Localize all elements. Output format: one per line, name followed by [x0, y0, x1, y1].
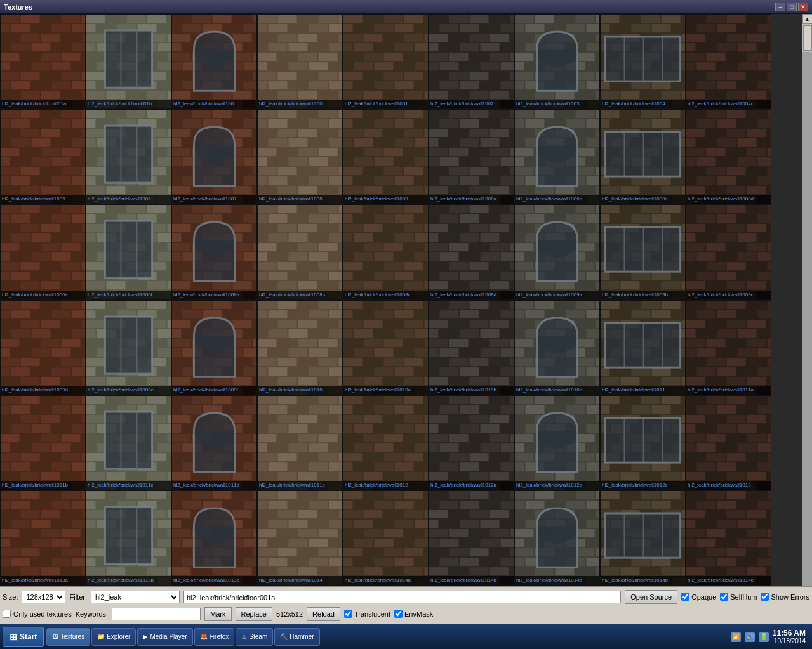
texture-cell[interactable]: hl2_leak/brick/brickwall1010b — [429, 300, 514, 395]
svg-rect-21 — [31, 43, 50, 51]
texture-cell[interactable]: hl2_leak/brick/brickwall1009e — [86, 300, 171, 395]
taskbar-item-steam[interactable]: ♨Steam — [236, 628, 273, 646]
texture-cell[interactable]: hl2_leak/brick/brickwall100 — [171, 14, 257, 109]
clock[interactable]: 11:56 AM 10/18/2014 — [773, 629, 806, 645]
texture-cell[interactable]: hl2_leak/brick/brickwall1014b — [429, 490, 514, 586]
texture-cell[interactable]: hl2_leak/brick/brickwall1001 — [343, 14, 429, 109]
texture-cell[interactable]: hl2_leak/brick/brickwall1012 — [343, 395, 429, 490]
open-source-button[interactable]: Open Source — [625, 590, 677, 604]
tray-icon-volume[interactable]: 🔊 — [745, 632, 755, 642]
texture-cell[interactable]: hl2_leak/brick/brickwall1000a — [429, 109, 514, 204]
texture-cell[interactable]: hl2_leak/brick/brickwall1000b — [514, 109, 600, 204]
filter-select[interactable]: hl2_leak — [91, 591, 180, 603]
texture-cell[interactable]: hl2_leak/brick/brickwall1013b — [86, 490, 171, 586]
texture-cell[interactable]: hl2_leak/brick/brickwall1011a — [686, 300, 771, 395]
tray-icon-battery[interactable]: 🔋 — [759, 632, 769, 642]
texture-cell[interactable]: hl2_leak/brick/brickwall1013a — [0, 490, 86, 586]
svg-rect-1040 — [429, 110, 448, 118]
svg-rect-1864 — [652, 214, 671, 223]
texture-cell[interactable]: hl2_leak/brick/brickwall1010 — [257, 300, 343, 395]
texture-cell[interactable]: hl2_leak/brick/brickwall1004c — [686, 14, 771, 109]
texture-cell[interactable]: hl2_leak/brick/brickwall1008b — [257, 204, 343, 299]
texture-cell[interactable]: hl2_leak/brick/brickwall1014e — [686, 490, 771, 586]
texture-cell[interactable]: hl2_leak/brick/brickwall1009 — [343, 109, 429, 204]
texture-cell[interactable]: hl2_leak/brick/brickwall1012a — [429, 395, 514, 490]
taskbar-item-explorer[interactable]: 📁Explorer — [91, 628, 136, 646]
scrollbar[interactable]: ▲ ▼ — [802, 14, 812, 649]
texture-cell[interactable]: hl2_leak/brick/brickwall1005 — [0, 109, 86, 204]
texture-cell[interactable]: hl2_leak/brick/brickwall1000f — [86, 204, 171, 299]
texture-cell[interactable]: hl2_leak/brick/brickwall1008c — [343, 204, 429, 299]
taskbar-item-firefox[interactable]: 🦊Firefox — [194, 628, 235, 646]
only-used-checkbox[interactable] — [3, 610, 11, 618]
texture-cell[interactable]: hl2_leak/brick/brickwall1011e — [257, 395, 343, 490]
texture-cell[interactable]: hl2_leak/brick/brickwall1008a — [171, 204, 257, 299]
texture-cell[interactable]: hl2_leak/brick/brickwall1009a — [514, 204, 600, 299]
texture-cell[interactable]: hl2_leak/brick/brickwall1003 — [514, 14, 600, 109]
texture-cell[interactable]: hl2_leak/brick/brickwall1002 — [429, 14, 514, 109]
texture-cell[interactable]: hl2_leak/brick/brickwall1009f — [171, 300, 257, 395]
size-select[interactable]: 128x128 64x64 256x256 512x512 — [22, 591, 65, 603]
svg-rect-2976 — [343, 405, 352, 414]
taskbar-item-hammer[interactable]: 🔨Hammer — [274, 628, 319, 646]
opaque-checkbox[interactable] — [681, 593, 689, 601]
texture-cell[interactable]: hl2_leak/brick/brickwall1009d — [0, 300, 86, 395]
texture-cell[interactable]: hl2_leak/brick/brickwall1011b — [0, 395, 86, 490]
start-button[interactable]: ⊞ Start — [3, 627, 44, 647]
taskbar-item-textures[interactable]: 🖼Textures — [46, 628, 90, 646]
svg-rect-2256 — [298, 339, 317, 347]
texture-cell[interactable]: hl2_leak/brick/brickwall1006 — [86, 109, 171, 204]
texture-cell[interactable]: hl2_leak/brick/brickwall1013c — [171, 490, 257, 586]
texture-cell[interactable]: hl2_leak/brick/brickwall1014a — [343, 490, 429, 586]
texture-cell[interactable]: hl2_leak/brick/brickfloor001a — [0, 14, 86, 109]
scroll-up-button[interactable]: ▲ — [802, 14, 813, 24]
texture-cell[interactable]: hl2_leak/brick/brickwall1010c — [514, 300, 600, 395]
svg-rect-1444 — [158, 252, 171, 261]
svg-rect-987 — [395, 138, 414, 147]
svg-rect-2091 — [86, 320, 105, 328]
selfillum-checkbox[interactable] — [720, 593, 728, 601]
mark-button[interactable]: Mark — [204, 607, 231, 621]
texture-cell[interactable]: hl2_leak/brick/brickwall1012c — [600, 395, 686, 490]
tray-icon-network[interactable]: 📶 — [731, 632, 741, 642]
texture-cell[interactable]: hl2_leak/brick/brickfloor001b — [86, 14, 171, 109]
svg-rect-417 — [501, 81, 514, 89]
texture-cell[interactable]: hl2_leak/brick/brickwall1008d — [429, 204, 514, 299]
scroll-thumb[interactable] — [803, 25, 812, 51]
texture-cell[interactable]: hl2_leak/brick/brickwall1013 — [686, 395, 771, 490]
texture-cell[interactable]: hl2_leak/brick/brickwall1004 — [600, 14, 686, 109]
close-button[interactable]: ✕ — [798, 3, 808, 11]
texture-cell[interactable]: hl2_leak/brick/brickwall1000 — [257, 14, 343, 109]
replace-button[interactable]: Replace — [236, 607, 272, 621]
texture-cell[interactable]: hl2_leak/brick/brickwall1009b — [600, 204, 686, 299]
show-errors-checkbox[interactable] — [761, 593, 769, 601]
maximize-button[interactable]: □ — [787, 3, 797, 11]
svg-rect-3567 — [277, 491, 296, 499]
texture-cell[interactable]: hl2_leak/brick/brickwall1014d — [600, 490, 686, 586]
texture-cell[interactable]: hl2_leak/brick/brickwall1011d — [171, 395, 257, 490]
scroll-track[interactable] — [802, 52, 812, 639]
texture-cell[interactable]: hl2_leak/brick/brickwall1009c — [686, 204, 771, 299]
texture-cell[interactable]: hl2_leak/brick/brickwall1014 — [257, 490, 343, 586]
envmask-checkbox[interactable] — [394, 610, 403, 618]
texture-cell[interactable]: hl2_leak/brick/brickwall1011c — [86, 395, 171, 490]
reload-button[interactable]: Reload — [307, 607, 340, 621]
texture-cell[interactable]: hl2_leak/brick/brickwall1008 — [257, 109, 343, 204]
keywords-input[interactable] — [112, 608, 201, 620]
svg-rect-497 — [596, 91, 599, 99]
svg-rect-2355 — [425, 377, 428, 385]
texture-cell[interactable]: hl2_leak/brick/brickwall1011 — [600, 300, 686, 395]
texture-cell[interactable]: hl2_leak/brick/brickwall1000e — [0, 204, 86, 299]
texture-cell[interactable]: hl2_leak/brick/brickwall1012b — [514, 395, 600, 490]
texture-cell[interactable]: hl2_leak/brick/brickwall1000c — [600, 109, 686, 204]
texture-cell[interactable]: hl2_leak/brick/brickwall1007 — [171, 109, 257, 204]
svg-rect-2280 — [298, 377, 317, 385]
texture-cell[interactable]: hl2_leak/brick/brickwall1010a — [343, 300, 429, 395]
svg-rect-1711 — [490, 205, 509, 213]
taskbar-item-media player[interactable]: ▶Media Player — [137, 628, 192, 646]
translucent-checkbox[interactable] — [344, 610, 352, 618]
texture-cell[interactable]: hl2_leak/brick/brickwall1000d — [686, 109, 771, 204]
svg-rect-3721 — [501, 501, 514, 509]
texture-cell[interactable]: hl2_leak/brick/brickwall1014c — [514, 490, 600, 586]
minimize-button[interactable]: – — [775, 3, 785, 11]
